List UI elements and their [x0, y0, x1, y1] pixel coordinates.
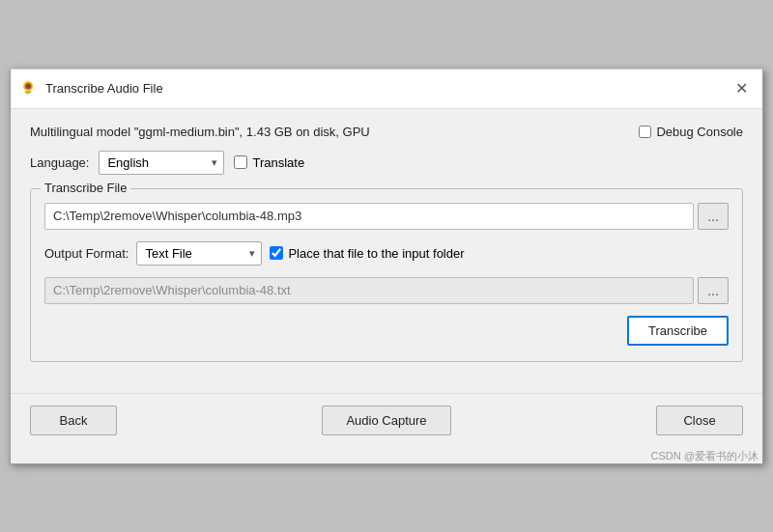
close-button[interactable]: Close	[656, 406, 743, 435]
input-file-field[interactable]	[44, 203, 694, 230]
input-browse-button[interactable]: ...	[698, 203, 729, 230]
close-window-button[interactable]: ✕	[730, 77, 753, 100]
transcribe-btn-row: Transcribe	[44, 316, 729, 346]
output-format-select[interactable]: Text File SRT VTT JSON	[136, 241, 262, 266]
output-file-row: ...	[44, 277, 729, 304]
debug-console-checkbox[interactable]	[639, 126, 651, 138]
language-label: Language:	[30, 155, 89, 170]
output-format-label: Output Format:	[44, 246, 129, 261]
footer: Back Audio Capture Close CSDN @爱看书的小沐	[11, 393, 762, 463]
main-window: 🌻 Transcribe Audio File ✕ Multilingual m…	[10, 69, 763, 464]
audio-capture-button[interactable]: Audio Capture	[322, 406, 450, 435]
place-to-input-folder-label[interactable]: Place that file to the input folder	[270, 246, 464, 261]
footer-buttons: Back Audio Capture Close	[11, 393, 762, 447]
translate-text: Translate	[252, 155, 304, 170]
translate-label[interactable]: Translate	[234, 155, 304, 170]
debug-console-row: Debug Console	[639, 125, 743, 139]
app-icon: 🌻	[20, 80, 38, 98]
output-format-row: Output Format: Text File SRT VTT JSON Pl…	[44, 241, 729, 266]
back-button[interactable]: Back	[30, 406, 117, 435]
titlebar-left: 🌻 Transcribe Audio File	[20, 80, 163, 98]
top-row: Multilingual model "ggml-medium.bin", 1.…	[30, 125, 743, 139]
output-format-select-wrapper: Text File SRT VTT JSON	[136, 241, 262, 266]
titlebar: 🌻 Transcribe Audio File ✕	[11, 70, 762, 109]
output-browse-button[interactable]: ...	[698, 277, 729, 304]
place-to-input-folder-checkbox[interactable]	[270, 246, 283, 260]
language-row: Language: English Chinese French German …	[30, 151, 743, 175]
debug-console-label: Debug Console	[656, 125, 743, 139]
language-select-wrapper: English Chinese French German Spanish Au…	[99, 151, 224, 175]
group-box-title: Transcribe File	[41, 181, 130, 195]
transcribe-file-group: Transcribe File ... Output Format: Text …	[30, 188, 743, 362]
transcribe-button[interactable]: Transcribe	[627, 316, 729, 346]
output-file-field[interactable]	[44, 277, 694, 304]
place-to-input-folder-text: Place that file to the input folder	[288, 246, 464, 261]
input-file-row: ...	[44, 203, 729, 230]
content-area: Multilingual model "ggml-medium.bin", 1.…	[11, 109, 762, 378]
language-select[interactable]: English Chinese French German Spanish Au…	[99, 151, 224, 175]
model-info-text: Multilingual model "ggml-medium.bin", 1.…	[30, 125, 370, 139]
watermark-text: CSDN @爱看书的小沐	[11, 447, 762, 463]
window-title: Transcribe Audio File	[45, 81, 163, 96]
translate-checkbox[interactable]	[234, 155, 247, 169]
